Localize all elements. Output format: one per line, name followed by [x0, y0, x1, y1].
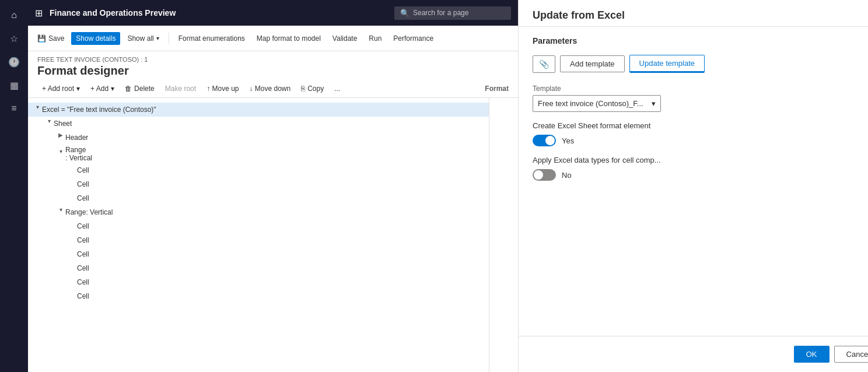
tree-item-label: Cell: [77, 166, 89, 174]
tree-spacer: [68, 290, 77, 302]
tree-item[interactable]: Cell: [28, 275, 489, 289]
tree-spacer: [68, 262, 77, 274]
toolbar-divider-1: [169, 33, 169, 44]
cancel-button[interactable]: Cancel: [834, 346, 868, 363]
tree-item[interactable]: Cell: [28, 289, 489, 303]
search-box[interactable]: 🔍: [394, 6, 511, 20]
make-root-button[interactable]: Make root: [160, 82, 201, 95]
toggle-knob: [545, 136, 555, 145]
more-button[interactable]: ...: [330, 82, 345, 95]
tree-item[interactable]: Cell: [28, 163, 489, 177]
update-template-button[interactable]: Update template: [629, 55, 705, 73]
tree-item[interactable]: ▾Sheet: [28, 117, 489, 131]
tree-item-label: Range: Vertical: [65, 146, 92, 162]
toggle-knob: [534, 170, 543, 180]
tree-item[interactable]: ▾Excel = "Free text invoice (Contoso)": [28, 103, 489, 117]
main-left-panel: ⊞ Finance and Operations Preview 🔍 💾 Sav…: [28, 0, 518, 372]
tree-item-label: Cell: [77, 236, 89, 244]
grid-icon[interactable]: ▦: [4, 75, 24, 96]
chevron-down-icon: ▾: [111, 85, 114, 93]
save-button[interactable]: 💾 Save: [33, 32, 69, 45]
format-panel: [489, 98, 518, 372]
right-panel: Update from Excel ∧ Parameters ∧ 📎 Add t…: [518, 0, 868, 372]
move-down-button[interactable]: ↓ Move down: [244, 82, 295, 95]
page-title: Format designer: [37, 64, 509, 78]
apply-excel-toggle[interactable]: [533, 169, 556, 181]
copy-button[interactable]: ⎘ Copy: [296, 82, 328, 95]
move-up-button[interactable]: ↑ Move up: [202, 82, 243, 95]
tree-item[interactable]: ▾Range: Vertical: [28, 145, 489, 163]
app-title: Finance and Operations Preview: [50, 8, 387, 17]
delete-icon: 🗑: [125, 85, 132, 93]
tree-item[interactable]: ▶Header: [28, 131, 489, 145]
list-icon[interactable]: ≡: [4, 98, 24, 119]
tree-item[interactable]: Cell: [28, 219, 489, 233]
map-format-button[interactable]: Map format to model: [252, 32, 326, 45]
tree-item[interactable]: Cell: [28, 191, 489, 205]
search-input[interactable]: [413, 9, 501, 17]
attach-button[interactable]: 📎: [533, 55, 555, 73]
add-root-button[interactable]: + Add root ▾: [37, 82, 85, 95]
create-excel-toggle-value: Yes: [562, 136, 574, 145]
tree-spacer: [68, 220, 77, 232]
performance-button[interactable]: Performance: [388, 32, 438, 45]
apply-excel-toggle-value: No: [562, 171, 572, 180]
content-area: ▾Excel = "Free text invoice (Contoso)"▾S…: [28, 98, 518, 372]
params-title: Parameters: [533, 36, 577, 45]
tree-spacer: [68, 234, 77, 246]
tree-toggle-icon[interactable]: ▾: [56, 206, 65, 218]
home-icon[interactable]: ⌂: [4, 5, 24, 26]
tree-item[interactable]: Cell: [28, 177, 489, 191]
template-field-group: Template Free text invoice (Contoso)_F..…: [533, 85, 868, 112]
breadcrumb: FREE TEXT INVOICE (CONTOSO) : 1: [37, 56, 509, 63]
apply-excel-field-group: Apply Excel data types for cell comp... …: [533, 156, 868, 181]
add-template-button[interactable]: Add template: [560, 55, 625, 72]
ok-button[interactable]: OK: [794, 346, 830, 363]
create-excel-label: Create Excel Sheet format element: [533, 121, 868, 130]
app-grid-icon[interactable]: ⊞: [35, 8, 43, 19]
tree-item[interactable]: Cell: [28, 261, 489, 275]
tree-item-label: Cell: [77, 222, 89, 230]
tree-toggle-icon[interactable]: ▶: [56, 132, 65, 143]
create-excel-toggle[interactable]: [533, 135, 556, 146]
main-toolbar: 💾 Save Show details Show all ▾ Format en…: [28, 26, 518, 51]
format-toolbar: + Add root ▾ + Add ▾ 🗑 Delete Make root …: [28, 80, 518, 98]
run-button[interactable]: Run: [364, 32, 386, 45]
tree-toggle-icon[interactable]: ▾: [33, 104, 42, 115]
dropdown-chevron-icon: ▾: [652, 99, 656, 108]
chevron-down-icon: ▾: [156, 35, 159, 41]
params-header: Parameters ∧: [533, 36, 868, 45]
add-button[interactable]: + Add ▾: [86, 82, 119, 95]
recent-icon[interactable]: 🕐: [4, 51, 24, 72]
star-icon[interactable]: ☆: [4, 28, 24, 49]
tree-item-label: Cell: [77, 292, 89, 300]
left-sidebar: ⌂ ☆ 🕐 ▦ ≡: [0, 0, 28, 372]
create-excel-toggle-row: Yes: [533, 135, 868, 146]
format-enumerations-button[interactable]: Format enumerations: [174, 32, 250, 45]
tree-spacer: [68, 178, 77, 190]
tree-item-label: Cell: [77, 180, 89, 188]
template-field-label: Template: [533, 85, 868, 93]
tree-item[interactable]: Cell: [28, 247, 489, 261]
tree-panel: ▾Excel = "Free text invoice (Contoso)"▾S…: [28, 98, 489, 372]
show-all-button[interactable]: Show all ▾: [123, 32, 163, 45]
tree-item-label: Range: Vertical: [65, 208, 113, 216]
tree-item-label: Cell: [77, 250, 89, 258]
panel-header: Update from Excel ∧: [519, 0, 868, 27]
format-panel-label: Format: [485, 85, 509, 93]
tree-spacer: [68, 192, 77, 204]
tree-toggle-icon[interactable]: ▾: [44, 118, 54, 129]
template-select[interactable]: Free text invoice (Contoso)_F... ▾: [533, 95, 661, 112]
tree-item-label: Sheet: [54, 120, 72, 128]
validate-button[interactable]: Validate: [328, 32, 362, 45]
create-excel-field-group: Create Excel Sheet format element Yes: [533, 121, 868, 146]
tree-toggle-icon[interactable]: ▾: [56, 148, 65, 160]
template-value: Free text invoice (Contoso)_F...: [538, 99, 643, 108]
panel-footer: OK Cancel: [519, 336, 868, 372]
show-details-button[interactable]: Show details: [71, 32, 120, 45]
delete-button[interactable]: 🗑 Delete: [120, 82, 159, 95]
chevron-down-icon: ▾: [76, 85, 80, 93]
tree-item[interactable]: ▾Range: Vertical: [28, 205, 489, 219]
panel-content: Parameters ∧ 📎 Add template Update templ…: [519, 27, 868, 336]
tree-item[interactable]: Cell: [28, 233, 489, 247]
